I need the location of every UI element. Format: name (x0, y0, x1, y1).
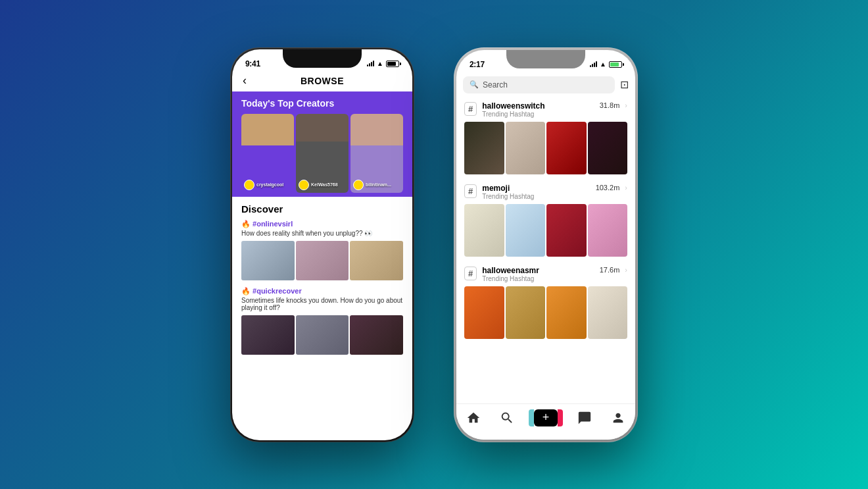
wifi-icon: ▲ (377, 60, 383, 67)
hashtag-count-1: 31.8m (600, 101, 620, 109)
hash-icon-3: # (464, 267, 477, 280)
top-creators-title: Today's Top Creators (241, 98, 403, 109)
discover-hashtag-1[interactable]: #onlinevsirl (241, 220, 403, 228)
trending-thumb-2-1[interactable] (464, 204, 504, 257)
discover-desc-2: Sometimes life knocks you down. How do y… (241, 297, 403, 311)
trending-thumb-2-4[interactable] (588, 204, 628, 257)
discover-title: Discover (241, 203, 403, 215)
video-thumb-1[interactable] (241, 241, 295, 280)
trending-thumb-3-2[interactable] (506, 286, 546, 339)
creator-card-3[interactable]: bilintinam... (350, 114, 403, 193)
trending-thumb-1-3[interactable] (546, 122, 587, 174)
creator-card-2[interactable]: KelWas5768 (296, 114, 349, 193)
trending-row-1[interactable]: # halloweenswitch Trending Hashtag 31.8m… (456, 97, 635, 119)
trending-thumb-3-4[interactable] (588, 286, 628, 339)
search-icon: 🔍 (470, 80, 479, 89)
creator-card-1[interactable]: crystalgcool (241, 114, 294, 193)
hashtag-name-2: memoji (482, 184, 590, 193)
trending-row-3[interactable]: # halloweenasmr Trending Hashtag 17.6m › (456, 262, 635, 284)
profile-icon (611, 411, 625, 425)
video-thumb-7[interactable] (241, 315, 295, 355)
nav-home[interactable] (466, 411, 481, 425)
video-thumb-2[interactable] (296, 241, 349, 280)
phone-1-shell: 9:41 ▲ (230, 47, 414, 442)
chevron-icon-1: › (625, 101, 627, 109)
hash-icon-2: # (464, 184, 477, 198)
plus-button[interactable]: + (534, 409, 558, 426)
trending-thumb-2-2[interactable] (506, 204, 546, 257)
video-thumb-8[interactable] (296, 315, 349, 355)
trending-thumb-1-2[interactable] (506, 122, 546, 174)
battery-icon (386, 61, 399, 67)
back-button[interactable]: ‹ (243, 74, 247, 88)
trending-grid-3 (464, 286, 627, 339)
creator-name-tag-3: bilintinam... (353, 180, 391, 190)
hashtag-name-3: halloweenasmr (482, 266, 594, 275)
phone-2-scroll[interactable]: # halloweenswitch Trending Hashtag 31.8m… (456, 97, 635, 430)
search-placeholder: Search (483, 80, 508, 90)
creator-avatar-1 (244, 180, 254, 190)
discover-hashtag-2[interactable]: #quickrecover (241, 287, 403, 296)
trending-thumb-2-3[interactable] (546, 204, 587, 257)
browse-title: BROWSE (301, 76, 344, 86)
browse-header: ‹ BROWSE (232, 73, 412, 91)
hashtag-type-3: Trending Hashtag (482, 275, 594, 282)
bottom-nav: + (456, 403, 635, 440)
hashtag-name-1: halloweenswitch (482, 101, 594, 111)
creator-avatar-2 (299, 180, 309, 190)
chevron-icon-3: › (625, 266, 627, 274)
top-creators-banner: Today's Top Creators crystalgcool (232, 91, 412, 197)
discover-grid-2 (241, 315, 403, 355)
nav-plus[interactable]: + (534, 409, 558, 426)
creators-grid: crystalgcool KelWas5768 (241, 114, 403, 193)
trending-thumb-3-3[interactable] (546, 286, 587, 339)
creator-name-2: KelWas5768 (311, 182, 338, 187)
discover-grid-1 (241, 241, 403, 280)
hashtag-info-2: memoji Trending Hashtag (482, 184, 590, 200)
creator-name-1: crystalgcool (256, 182, 283, 187)
scan-icon[interactable]: ⊡ (620, 78, 629, 91)
hashtag-count-2: 103.2m (596, 184, 620, 192)
phone-2-time: 2:17 (470, 60, 485, 69)
hashtag-type-1: Trending Hashtag (482, 111, 594, 118)
phones-container: 9:41 ▲ (230, 47, 638, 442)
hashtag-info-3: halloweenasmr Trending Hashtag (482, 266, 594, 282)
phone-2-signal-icon (590, 61, 597, 67)
phone-2-status-icons: ▲ (590, 61, 622, 68)
trending-row-2[interactable]: # memoji Trending Hashtag 103.2m › (456, 180, 635, 201)
phone-2-search: 2:17 ▲ (454, 47, 638, 442)
messages-icon (577, 411, 592, 425)
creator-name-3: bilintinam... (366, 182, 391, 187)
trending-thumb-1-4[interactable] (588, 122, 628, 174)
nav-messages[interactable] (577, 411, 592, 425)
home-icon (466, 411, 481, 425)
trending-thumb-3-1[interactable] (464, 286, 504, 339)
phone-1-notch (283, 49, 362, 68)
phone-2-notch (506, 50, 585, 68)
nav-search[interactable] (500, 411, 514, 425)
discover-section: Discover #onlinevsirl How does reality s… (232, 197, 412, 368)
hashtag-type-2: Trending Hashtag (482, 193, 590, 200)
phone-2-shell: 2:17 ▲ (454, 47, 638, 442)
hashtag-info-1: halloweenswitch Trending Hashtag (482, 101, 594, 118)
trending-grid-1 (464, 122, 627, 174)
trending-grid-2 (464, 204, 627, 257)
phone-1-time: 9:41 (245, 59, 260, 68)
search-bar[interactable]: 🔍 Search (463, 76, 615, 93)
phone-1-screen: 9:41 ▲ (232, 49, 412, 440)
hash-icon-1: # (464, 102, 477, 116)
creator-name-tag-2: KelWas5768 (299, 180, 338, 190)
trending-thumb-1-1[interactable] (464, 122, 504, 174)
phone-2-battery-icon (609, 61, 622, 68)
phone-1-scroll[interactable]: Today's Top Creators crystalgcool (232, 91, 412, 426)
search-bar-container: 🔍 Search ⊡ (456, 74, 635, 97)
discover-desc-1: How does reality shift when you unplug??… (241, 230, 403, 237)
video-thumb-9[interactable] (350, 315, 403, 355)
signal-icon (367, 61, 374, 66)
creator-name-tag-1: crystalgcool (244, 180, 283, 190)
search-nav-icon (500, 411, 514, 425)
nav-profile[interactable] (611, 411, 625, 425)
phone-1-browse: 9:41 ▲ (230, 47, 414, 442)
video-thumb-3[interactable] (350, 241, 403, 280)
phone-1-status-icons: ▲ (367, 60, 399, 67)
